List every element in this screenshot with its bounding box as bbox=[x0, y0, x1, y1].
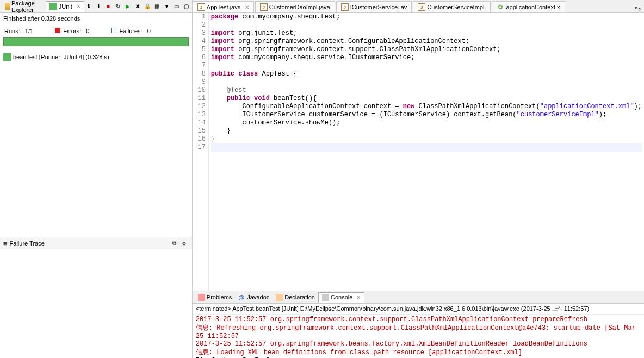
editor-tab-customerserviceimpl[interactable]: J CustomerServiceImpl. bbox=[413, 1, 491, 12]
close-icon[interactable]: ✕ bbox=[245, 4, 249, 10]
line-gutter: 1 2 +3 4 5 6 7 8 9 -10 11 12 13 14 15 16… bbox=[193, 13, 209, 291]
maximize-icon[interactable]: ▢ bbox=[182, 2, 191, 11]
java-file-icon: J bbox=[418, 3, 425, 11]
test-item[interactable]: beanTest [Runner: JUnit 4] (0.328 s) bbox=[3, 53, 189, 61]
problems-icon bbox=[198, 294, 205, 301]
failures-only-icon[interactable]: ✖ bbox=[133, 2, 142, 11]
tab-package-explorer[interactable]: Package Explorer bbox=[1, 0, 46, 15]
tab-console[interactable]: Console ✕ bbox=[318, 292, 364, 303]
tab-problems[interactable]: Problems bbox=[195, 293, 235, 302]
stop-icon[interactable]: ■ bbox=[104, 2, 113, 11]
prev-failure-icon[interactable]: ⬇ bbox=[84, 2, 93, 11]
tab-label: JUnit bbox=[59, 3, 72, 10]
filter-icon[interactable]: ⚙ bbox=[180, 239, 189, 248]
console-icon bbox=[322, 294, 329, 301]
java-file-icon: J bbox=[197, 3, 205, 11]
editor-tab-label: ICustomerService.jav bbox=[350, 4, 407, 10]
tab-junit[interactable]: JUnit ✕ bbox=[46, 1, 84, 12]
scroll-lock-icon[interactable]: 🔒 bbox=[143, 2, 152, 11]
runs-counter: Runs: 1/1 bbox=[4, 28, 33, 34]
tab-label: Package Explorer bbox=[11, 0, 42, 13]
failure-trace-label: Failure Trace bbox=[10, 240, 45, 247]
editor-tab-label: CustomerServiceImpl. bbox=[427, 4, 486, 10]
editor-tab-apptest[interactable]: J AppTest.java ✕ bbox=[193, 1, 254, 12]
error-icon bbox=[55, 28, 60, 33]
failure-trace-panel: ≡ Failure Trace ⧉ ⚙ bbox=[0, 237, 192, 358]
right-panel: J AppTest.java ✕ J CustomerDaoImpl.java … bbox=[193, 0, 644, 358]
editor-body[interactable]: 1 2 +3 4 5 6 7 8 9 -10 11 12 13 14 15 16… bbox=[193, 13, 644, 291]
editor-tab-appcontext[interactable]: ✿ applicationContext.x bbox=[492, 1, 565, 12]
declaration-icon bbox=[276, 294, 283, 301]
left-view-tabs: Package Explorer JUnit ✕ ⬇ ⬆ ■ ↻ ▶ ✖ 🔒 ▦… bbox=[0, 0, 192, 13]
failure-icon bbox=[111, 28, 116, 33]
editor-tab-label: CustomerDaoImpl.java bbox=[269, 4, 330, 10]
package-icon bbox=[5, 3, 10, 10]
console-header: <terminated> AppTest.beanTest [JUnit] E:… bbox=[193, 304, 644, 315]
test-item-label: beanTest [Runner: JUnit 4] (0.328 s) bbox=[13, 54, 109, 60]
junit-toolbar: ⬇ ⬆ ■ ↻ ▶ ✖ 🔒 ▦ ▾ ▭ ▢ bbox=[84, 2, 191, 11]
rerun-icon[interactable]: ▶ bbox=[123, 2, 132, 11]
next-failure-icon[interactable]: ⬆ bbox=[94, 2, 103, 11]
compare-icon[interactable]: ⧉ bbox=[170, 239, 179, 248]
console-line: 信息: Loading XML bean definitions from cl… bbox=[196, 348, 641, 357]
close-icon[interactable]: ✕ bbox=[76, 3, 81, 9]
progress-bar bbox=[3, 37, 189, 46]
editor-tabs: J AppTest.java ✕ J CustomerDaoImpl.java … bbox=[193, 0, 644, 13]
history-icon[interactable]: ▦ bbox=[153, 2, 162, 11]
close-icon[interactable]: ✕ bbox=[356, 294, 361, 300]
code-area[interactable]: package com.mycompany.shequ.test; import… bbox=[209, 13, 644, 291]
view-menu-icon[interactable]: ▾ bbox=[163, 2, 171, 11]
javadoc-icon: @ bbox=[238, 294, 245, 301]
errors-counter: Errors: 0 bbox=[55, 28, 89, 34]
minimize-icon[interactable]: ▭ bbox=[172, 2, 181, 11]
console-line: 2017-3-25 11:52:57 org.springframework.c… bbox=[196, 316, 641, 323]
java-file-icon: J bbox=[260, 3, 268, 11]
failure-trace-header: ≡ Failure Trace ⧉ ⚙ bbox=[0, 237, 192, 249]
more-tabs[interactable]: »2 bbox=[631, 4, 644, 12]
tab-javadoc[interactable]: @ Javadoc bbox=[235, 293, 273, 302]
editor-tab-icustomerservice[interactable]: J ICustomerService.jav bbox=[336, 1, 412, 12]
left-panel: Package Explorer JUnit ✕ ⬇ ⬆ ■ ↻ ▶ ✖ 🔒 ▦… bbox=[0, 0, 193, 358]
java-file-icon: J bbox=[341, 3, 349, 11]
console-line: 2017-3-25 11:52:57 org.springframework.b… bbox=[196, 340, 641, 348]
test-pass-icon bbox=[3, 53, 11, 61]
relaunch-icon[interactable]: ↻ bbox=[114, 2, 122, 11]
editor-tab-label: applicationContext.x bbox=[506, 4, 560, 10]
stack-icon: ≡ bbox=[3, 240, 8, 248]
test-tree[interactable]: beanTest [Runner: JUnit 4] (0.328 s) bbox=[0, 49, 192, 237]
editor-tab-customerdao[interactable]: J CustomerDaoImpl.java bbox=[255, 1, 335, 12]
bottom-tabs: Problems @ Javadoc Declaration Console ✕ bbox=[193, 291, 644, 304]
console-body[interactable]: 2017-3-25 11:52:57 org.springframework.c… bbox=[193, 315, 644, 358]
junit-status-line: Finished after 0.328 seconds bbox=[0, 13, 192, 24]
failure-trace-body bbox=[0, 249, 192, 358]
console-line: 信息: Refreshing org.springframework.conte… bbox=[196, 323, 641, 340]
spring-file-icon: ✿ bbox=[497, 3, 504, 11]
junit-counters: Runs: 1/1 Errors: 0 Failures: 0 bbox=[0, 24, 192, 37]
junit-icon bbox=[49, 3, 57, 10]
tab-declaration[interactable]: Declaration bbox=[273, 293, 318, 302]
failures-counter: Failures: 0 bbox=[111, 28, 150, 34]
bottom-panel: Problems @ Javadoc Declaration Console ✕… bbox=[193, 291, 644, 358]
editor-tab-label: AppTest.java bbox=[207, 4, 241, 10]
